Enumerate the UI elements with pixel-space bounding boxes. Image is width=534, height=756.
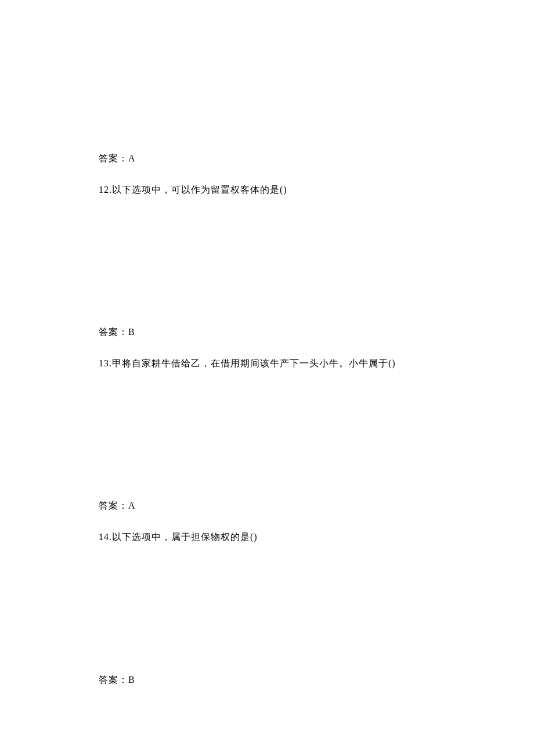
question-text-13: 13.甲将自家耕牛借给乙，在借用期间该牛产下一头小牛。小牛属于() (99, 356, 435, 371)
answer-text-11: 答案：A (99, 151, 435, 166)
answer-text-12: 答案：B (99, 325, 435, 340)
document-page: 答案：A 12.以下选项中，可以作为留置权客体的是() 答案：B 13.甲将自家… (0, 0, 534, 756)
question-text-12: 12.以下选项中，可以作为留置权客体的是() (99, 182, 435, 197)
answer-text-14: 答案：B (99, 672, 435, 687)
answer-text-13: 答案：A (99, 498, 435, 513)
question-text-14: 14.以下选项中，属于担保物权的是() (99, 530, 435, 545)
